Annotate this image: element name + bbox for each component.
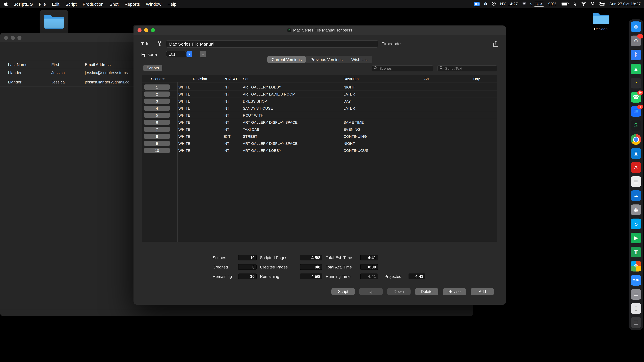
dock-scripte-icon[interactable]: S xyxy=(630,120,641,131)
menu-help[interactable]: Help xyxy=(167,1,176,6)
scene-row[interactable]: 10 WHITE INT ART GALLERY LOBBY CONTINUOU… xyxy=(142,147,497,154)
scene-row[interactable]: 3 WHITE INT DRESS SHOP DAY xyxy=(142,98,497,105)
menu-production[interactable]: Production xyxy=(83,1,104,6)
zoom-button[interactable] xyxy=(151,28,155,32)
column-day[interactable]: Day xyxy=(472,77,497,81)
menu-edit[interactable]: Edit xyxy=(52,1,60,6)
column-first[interactable]: First xyxy=(51,62,59,67)
menu-clock[interactable]: Sun 27 Oct 18:27 xyxy=(609,2,641,6)
title-input[interactable] xyxy=(166,40,378,48)
dock-acrobat-icon[interactable]: A xyxy=(630,162,641,173)
column-revision[interactable]: Revision xyxy=(178,77,223,81)
desktop-folder-shortcut[interactable]: Desktop xyxy=(591,11,610,31)
location-time[interactable]: NY: 14:27 xyxy=(500,2,518,6)
close-button[interactable] xyxy=(4,36,8,40)
main-window-titlebar[interactable]: S Mac Series File Manual.scriptess xyxy=(134,25,506,35)
dock-bluetooth-icon[interactable]: ᛒ xyxy=(630,50,641,60)
record-timer[interactable]: 0:04 xyxy=(534,1,544,6)
screen-record-icon[interactable] xyxy=(492,1,496,6)
scenes-search[interactable] xyxy=(372,65,433,71)
dock-mail-icon[interactable]: ✉4 xyxy=(630,106,641,117)
dock-whatsapp-icon[interactable]: ☎29 xyxy=(630,92,641,103)
column-last-name[interactable]: Last Name xyxy=(8,62,28,67)
battery-icon[interactable] xyxy=(561,1,569,6)
bluetooth-icon[interactable] xyxy=(574,1,576,7)
selected-desktop-folder[interactable] xyxy=(40,10,68,34)
dock-onedrive-icon[interactable]: ☁ xyxy=(630,190,641,201)
scene-row[interactable]: 9 WHITE INT ART GALLERY DISPLAY SPACE NI… xyxy=(142,140,497,147)
dock-system-settings-icon[interactable]: ⚙1 xyxy=(630,35,641,46)
scene-number-cell[interactable]: 2 xyxy=(144,91,170,97)
zoom-menu-icon[interactable] xyxy=(474,2,480,6)
down-button[interactable]: Down xyxy=(387,288,410,295)
menu-reports[interactable]: Reports xyxy=(124,1,140,6)
column-email[interactable]: Email Address xyxy=(85,62,110,67)
scene-number-cell[interactable]: 7 xyxy=(144,127,170,132)
script-text-search[interactable] xyxy=(438,65,497,71)
dock-drive-icon[interactable]: ▲ xyxy=(630,64,641,74)
tab-previous-versions[interactable]: Previous Versions xyxy=(306,56,347,63)
episode-dropdown-button[interactable]: ▼ xyxy=(186,51,192,57)
scene-row[interactable]: 4 WHITE INT SANDY'S HOUSE LATER xyxy=(142,105,497,112)
menu-shot[interactable]: Shot xyxy=(110,1,118,6)
scene-number-cell[interactable]: 3 xyxy=(144,98,170,104)
dock-chrome-icon[interactable] xyxy=(630,134,641,145)
dock-skype-icon[interactable]: S xyxy=(630,219,641,229)
flower-icon[interactable]: ✻ xyxy=(484,2,487,6)
menu-file[interactable]: File xyxy=(39,1,46,6)
script-button[interactable]: Script xyxy=(332,288,355,295)
zoom-button[interactable] xyxy=(18,36,22,40)
add-episode-button[interactable]: + xyxy=(200,51,206,57)
dock-office-icon[interactable]: ❖ xyxy=(630,261,641,272)
dock-finder-icon[interactable]: ☺ xyxy=(630,21,641,32)
tab-current-versions[interactable]: Current Versions xyxy=(267,56,306,63)
key-icon[interactable] xyxy=(158,40,161,48)
up-button[interactable]: Up xyxy=(359,288,383,295)
scene-number-cell[interactable]: 5 xyxy=(144,113,170,118)
dock-archive-utility-icon[interactable]: ▯ xyxy=(630,303,641,314)
column-set[interactable]: Set xyxy=(241,77,343,81)
add-button[interactable]: Add xyxy=(470,288,494,295)
scene-row[interactable]: 7 WHITE INT TAXI CAB EVENING xyxy=(142,126,497,133)
scene-row[interactable]: 1 WHITE INT ART GALLERY LOBBY NIGHT xyxy=(142,84,497,91)
dock-excel-icon[interactable]: ▥ xyxy=(630,247,641,257)
scene-number-cell[interactable]: 1 xyxy=(144,84,170,90)
scene-number-cell[interactable]: 8 xyxy=(144,134,170,139)
close-button[interactable] xyxy=(138,28,142,32)
scenes-search-input[interactable] xyxy=(379,66,431,71)
column-intext[interactable]: INT/EXT xyxy=(223,77,241,81)
column-scene-number[interactable]: Scene # xyxy=(142,77,178,81)
episode-input[interactable] xyxy=(166,51,186,57)
control-center-icon[interactable] xyxy=(599,1,605,6)
dock-calculator-icon[interactable]: ▦ xyxy=(630,204,641,215)
scene-number-cell[interactable]: 6 xyxy=(144,120,170,125)
menu-window[interactable]: Window xyxy=(146,1,162,6)
dock-remote-desktop-icon[interactable]: ▭ xyxy=(630,289,641,300)
shield-check-icon[interactable] xyxy=(522,1,526,7)
scene-number-cell[interactable]: 10 xyxy=(144,148,170,153)
scene-row[interactable]: 8 WHITE EXT STREET CONTINUING xyxy=(142,133,497,140)
revise-button[interactable]: Revise xyxy=(443,288,466,295)
script-text-search-input[interactable] xyxy=(444,66,495,71)
share-icon[interactable] xyxy=(492,39,500,49)
menu-script[interactable]: Script xyxy=(66,1,76,6)
tab-wish-list[interactable]: Wish List xyxy=(347,56,372,63)
dock-pie-chart-app-icon[interactable]: ◔ xyxy=(630,78,641,88)
column-daynight[interactable]: Day/Night xyxy=(343,77,424,81)
apple-menu-icon[interactable] xyxy=(3,1,8,7)
wifi-icon[interactable] xyxy=(581,1,586,6)
scene-number-cell[interactable]: 9 xyxy=(144,141,170,146)
app-menu-title[interactable]: ScriptE S xyxy=(14,1,33,6)
minimize-button[interactable] xyxy=(11,36,15,40)
dock-zoom-icon[interactable]: zoom xyxy=(630,275,641,286)
dock-trash-icon[interactable]: ◫ xyxy=(630,317,641,328)
scripts-button[interactable]: Scripts xyxy=(143,65,162,71)
dock-trello-icon[interactable]: ▣ xyxy=(630,148,641,159)
dock-media-player-icon[interactable]: ▶ xyxy=(630,233,641,243)
delete-button[interactable]: Delete xyxy=(415,288,438,295)
dock-notes-icon[interactable]: ≣ xyxy=(630,176,641,187)
search-icon[interactable] xyxy=(590,1,595,7)
scene-row[interactable]: 6 WHITE INT ART GALLERY DISPLAY SPACE SA… xyxy=(142,119,497,126)
scene-row[interactable]: 5 WHITE INT RCUT WITH xyxy=(142,112,497,119)
scene-number-cell[interactable]: 4 xyxy=(144,106,170,111)
